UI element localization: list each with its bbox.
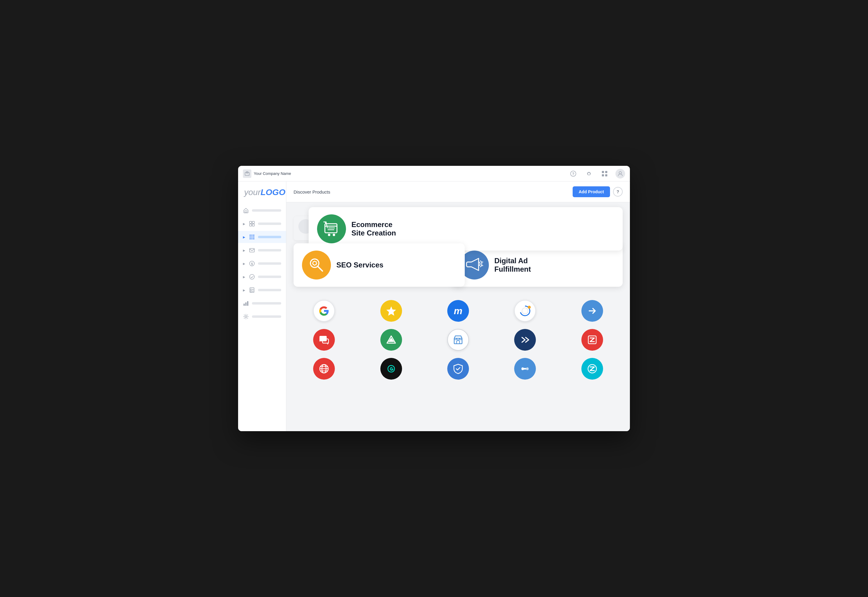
home-icon xyxy=(243,208,249,214)
seo-card[interactable]: SEO Services xyxy=(293,243,465,287)
svg-rect-34 xyxy=(243,304,245,306)
sidebar-item-chart[interactable] xyxy=(238,297,286,309)
service-icons-grid: m xyxy=(286,298,630,387)
arrow-report: ▶ xyxy=(243,288,245,292)
svg-point-26 xyxy=(250,275,254,279)
svg-point-19 xyxy=(253,236,254,238)
shield-blue-icon-item[interactable] xyxy=(428,358,489,380)
google-icon-item[interactable] xyxy=(293,300,354,322)
header-right: Add Product ? xyxy=(573,186,623,197)
svg-rect-10 xyxy=(250,221,252,223)
arrow-check: ▶ xyxy=(243,275,245,279)
svg-rect-36 xyxy=(247,301,248,306)
svg-point-8 xyxy=(619,172,621,174)
svg-marker-48 xyxy=(387,306,396,316)
shield-blue-icon xyxy=(447,358,469,380)
sidebar-label-settings xyxy=(252,315,281,318)
chevron-blue-icon-item[interactable] xyxy=(495,329,555,350)
ecommerce-icon xyxy=(317,214,346,243)
svg-line-44 xyxy=(318,267,323,271)
top-bar-left: Your Company Name xyxy=(243,169,291,178)
company-name-label: Your Company Name xyxy=(254,171,291,176)
svg-point-65 xyxy=(524,368,526,370)
svg-rect-13 xyxy=(252,224,254,226)
svg-rect-35 xyxy=(245,302,247,306)
sidebar-item-apps[interactable]: ▶ xyxy=(238,231,286,243)
svg-point-40 xyxy=(333,234,335,236)
svg-rect-9 xyxy=(245,211,247,212)
exchange-blue-icon-item[interactable] xyxy=(495,358,555,380)
ecommerce-title: EcommerceSite Creation xyxy=(351,220,396,237)
sidebar-item-settings[interactable] xyxy=(238,310,286,322)
sidebar-label-apps xyxy=(258,236,281,238)
svg-rect-5 xyxy=(605,171,607,173)
sidebar-label-check xyxy=(258,276,281,278)
sidebar-item-dollar[interactable]: ▶ $ xyxy=(238,257,286,270)
chat-red-icon-item[interactable] xyxy=(293,329,354,350)
z-teal-icon-item[interactable] xyxy=(562,358,623,380)
exchange-blue-icon xyxy=(514,358,536,380)
sidebar-nav: ▶ ▶ xyxy=(238,205,286,322)
svg-point-18 xyxy=(251,236,253,238)
infinity-icon[interactable] xyxy=(584,169,594,178)
moz-icon-item[interactable]: m xyxy=(428,300,489,322)
chevron-blue-icon xyxy=(514,329,536,350)
svg-rect-7 xyxy=(605,174,607,177)
sidebar-item-report[interactable]: ▶ xyxy=(238,284,286,296)
g-script-icon xyxy=(380,358,402,380)
sidebar-label-report xyxy=(258,289,281,291)
z-red-icon-item[interactable] xyxy=(562,329,623,350)
svg-point-21 xyxy=(251,238,253,239)
svg-point-37 xyxy=(245,316,247,318)
arrow-mail: ▶ xyxy=(243,249,245,252)
svg-point-64 xyxy=(388,365,394,372)
triangle-green-icon xyxy=(380,329,402,350)
chat-red-icon xyxy=(313,329,335,350)
sidebar-item-check[interactable]: ▶ xyxy=(238,271,286,283)
triangle-green-icon-item[interactable] xyxy=(360,329,421,350)
g-script-icon-item[interactable] xyxy=(360,358,421,380)
ci-orange-icon xyxy=(514,300,536,322)
arrow-blue-icon-item[interactable] xyxy=(562,300,623,322)
digital-ad-title: Digital AdFulfillment xyxy=(494,257,531,273)
user-avatar[interactable] xyxy=(615,169,625,178)
svg-point-17 xyxy=(250,236,251,238)
arrow-blue-icon xyxy=(581,300,603,322)
dollar-icon: $ xyxy=(249,260,255,267)
sidebar-label-home xyxy=(252,209,281,212)
arrow-apps: ▶ xyxy=(243,236,245,239)
svg-rect-11 xyxy=(252,221,254,223)
sidebar-item-grid[interactable]: ▶ xyxy=(238,218,286,230)
globe-red-icon-item[interactable] xyxy=(293,358,354,380)
add-product-button[interactable]: Add Product xyxy=(573,186,610,197)
top-bar: Your Company Name ? xyxy=(238,166,630,181)
store-icon-item[interactable] xyxy=(428,329,489,350)
svg-rect-29 xyxy=(250,291,252,292)
sidebar-label-chart xyxy=(252,302,281,304)
main-layout: yourLOGO ▶ xyxy=(238,181,630,431)
globe-red-icon xyxy=(313,358,335,380)
apps-icon xyxy=(249,234,255,240)
svg-rect-6 xyxy=(602,174,604,177)
help-icon[interactable]: ? xyxy=(569,169,578,178)
moz-icon: m xyxy=(447,300,469,322)
seo-icon xyxy=(302,251,331,279)
arrow-grid: ▶ xyxy=(243,222,245,226)
ci-orange-icon-item[interactable] xyxy=(495,300,555,322)
seo-title: SEO Services xyxy=(336,261,384,269)
svg-rect-23 xyxy=(250,248,254,252)
svg-point-50 xyxy=(522,308,528,314)
grid-icon[interactable] xyxy=(600,169,609,178)
sidebar-item-home[interactable] xyxy=(238,205,286,217)
logo-area: yourLOGO xyxy=(238,187,286,205)
sidebar-item-mail[interactable]: ▶ xyxy=(238,244,286,256)
arrow-dollar: ▶ xyxy=(243,262,245,265)
company-icon xyxy=(243,169,251,178)
star-yellow-icon-item[interactable] xyxy=(360,300,421,322)
grid2-icon xyxy=(249,221,255,227)
svg-rect-57 xyxy=(456,341,460,344)
svg-point-39 xyxy=(328,234,330,236)
mail-icon xyxy=(249,247,255,253)
help-button[interactable]: ? xyxy=(613,187,623,197)
star-yellow-icon xyxy=(380,300,402,322)
